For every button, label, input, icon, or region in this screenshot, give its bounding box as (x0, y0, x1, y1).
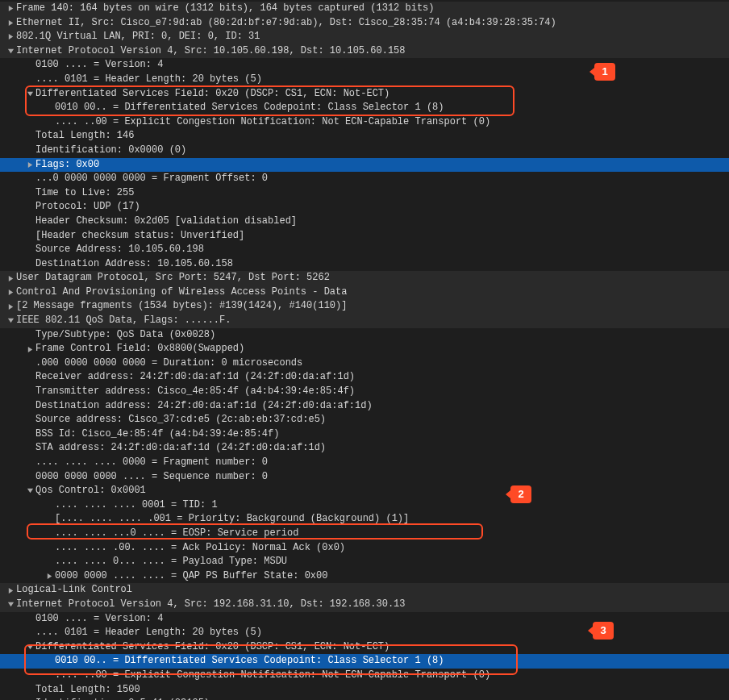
expand-arrow-icon[interactable] (5, 19, 16, 27)
row-label: Source Address: 10.105.60.198 (35, 243, 729, 257)
collapse-arrow-icon[interactable] (5, 317, 16, 324)
tree-row[interactable]: [2 Message fragments (1534 bytes): #139(… (0, 299, 729, 314)
tree-row[interactable]: Frame Control Field: 0x8800(Swapped) (0, 342, 729, 356)
tree-row[interactable]: Frame 140: 164 bytes on wire (1312 bits)… (0, 2, 729, 16)
tree-row[interactable]: .... .... ...0 .... = EOSP: Service peri… (0, 527, 729, 541)
tree-row[interactable]: Flags: 0x00 (0, 158, 729, 173)
row-label: 0000 0000 0000 .... = Sequence number: 0 (35, 470, 729, 485)
expand-arrow-icon[interactable] (24, 161, 35, 169)
expand-arrow-icon[interactable] (5, 587, 16, 594)
expand-arrow-icon[interactable] (44, 573, 55, 580)
tree-row[interactable]: STA address: 24:2f:d0:da:af:1d (24:2f:d0… (0, 441, 729, 456)
expand-arrow-icon[interactable] (5, 33, 16, 40)
tree-row[interactable]: 0100 .... = Version: 4 (0, 58, 729, 73)
tree-row[interactable]: 0100 .... = Version: 4 (0, 612, 729, 627)
row-label: 802.1Q Virtual LAN, PRI: 0, DEI: 0, ID: … (16, 30, 729, 44)
row-label: .000 0000 0000 0000 = Duration: 0 micros… (35, 356, 729, 371)
tree-row[interactable]: User Datagram Protocol, Src Port: 5247, … (0, 271, 729, 285)
row-label: Time to Live: 255 (35, 186, 729, 201)
tree-row[interactable]: Identification: 0x5a41 (23105) (0, 697, 729, 700)
tree-row[interactable]: .... .... .00. .... = Ack Policy: Normal… (0, 541, 729, 556)
tree-row[interactable]: Identification: 0x0000 (0) (0, 144, 729, 158)
row-label: User Datagram Protocol, Src Port: 5247, … (16, 271, 729, 285)
tree-row[interactable]: Internet Protocol Version 4, Src: 10.105… (0, 44, 729, 59)
row-label: .... .... .... 0000 = Fragment number: 0 (35, 456, 729, 470)
row-label: .... .... .... 0001 = TID: 1 (55, 498, 729, 513)
row-label: Transmitter address: Cisco_4e:85:4f (a4:… (35, 385, 729, 399)
row-label: BSS Id: Cisco_4e:85:4f (a4:b4:39:4e:85:4… (35, 427, 729, 442)
callout-badge-2: 2 (510, 485, 531, 503)
collapse-arrow-icon[interactable] (5, 48, 16, 55)
tree-row[interactable]: [.... .... .... .001 = Priority: Backgro… (0, 512, 729, 527)
tree-row[interactable]: [Header checksum status: Unverified] (0, 229, 729, 244)
expand-arrow-icon[interactable] (5, 275, 16, 282)
tree-row[interactable]: BSS Id: Cisco_4e:85:4f (a4:b4:39:4e:85:4… (0, 427, 729, 442)
expand-arrow-icon[interactable] (5, 5, 16, 12)
row-label: Identification: 0x0000 (0) (35, 144, 729, 158)
tree-row[interactable]: .... 0101 = Header Length: 20 bytes (5) (0, 626, 729, 640)
tree-row[interactable]: .... .... .... 0000 = Fragment number: 0 (0, 456, 729, 470)
tree-row[interactable]: .... ..00 = Explicit Congestion Notifica… (0, 669, 729, 683)
collapse-arrow-icon[interactable] (5, 601, 16, 608)
row-label: 0010 00.. = Differentiated Services Code… (55, 101, 729, 115)
row-label: Internet Protocol Version 4, Src: 192.16… (16, 598, 729, 612)
expand-arrow-icon[interactable] (5, 303, 16, 310)
tree-row[interactable]: Transmitter address: Cisco_4e:85:4f (a4:… (0, 385, 729, 399)
collapse-arrow-icon[interactable] (24, 487, 35, 494)
row-label: .... 0101 = Header Length: 20 bytes (5) (35, 73, 729, 87)
tree-row[interactable]: .... .... 0... .... = Payload Type: MSDU (0, 555, 729, 569)
tree-row[interactable]: Receiver address: 24:2f:d0:da:af:1d (24:… (0, 370, 729, 385)
row-label: 0100 .... = Version: 4 (35, 58, 729, 73)
tree-row[interactable]: .... .... .... 0001 = TID: 1 (0, 498, 729, 513)
row-label: IEEE 802.11 QoS Data, Flags: ......F. (16, 314, 729, 328)
tree-row[interactable]: Internet Protocol Version 4, Src: 192.16… (0, 598, 729, 612)
tree-row[interactable]: ...0 0000 0000 0000 = Fragment Offset: 0 (0, 172, 729, 186)
tree-row[interactable]: Differentiated Services Field: 0x20 (DSC… (0, 87, 729, 102)
tree-row[interactable]: Logical-Link Control (0, 583, 729, 598)
row-label: 0000 0000 .... .... = QAP PS Buffer Stat… (55, 569, 729, 584)
row-label: [2 Message fragments (1534 bytes): #139(… (16, 299, 729, 314)
tree-row[interactable]: Control And Provisioning of Wireless Acc… (0, 285, 729, 300)
row-label: Source address: Cisco_37:cd:e5 (2c:ab:eb… (35, 413, 729, 427)
row-label: Protocol: UDP (17) (35, 200, 729, 215)
tree-row[interactable]: Type/Subtype: QoS Data (0x0028) (0, 328, 729, 343)
row-label: Logical-Link Control (16, 583, 729, 598)
expand-arrow-icon[interactable] (5, 289, 16, 296)
tree-row[interactable]: Source Address: 10.105.60.198 (0, 243, 729, 257)
row-label: Frame Control Field: 0x8800(Swapped) (35, 342, 729, 356)
row-label: Type/Subtype: QoS Data (0x0028) (35, 328, 729, 343)
row-label: Receiver address: 24:2f:d0:da:af:1d (24:… (35, 370, 729, 385)
tree-row[interactable]: .000 0000 0000 0000 = Duration: 0 micros… (0, 356, 729, 371)
tree-row[interactable]: Ethernet II, Src: Cisco_e7:9d:ab (80:2d:… (0, 16, 729, 31)
tree-row[interactable]: 0010 00.. = Differentiated Services Code… (0, 654, 729, 669)
row-label: .... 0101 = Header Length: 20 bytes (5) (35, 626, 729, 640)
tree-row[interactable]: 0010 00.. = Differentiated Services Code… (0, 101, 729, 115)
tree-row[interactable]: .... ..00 = Explicit Congestion Notifica… (0, 115, 729, 130)
row-label: [Header checksum status: Unverified] (35, 229, 729, 244)
collapse-arrow-icon[interactable] (24, 90, 35, 98)
tree-row[interactable]: .... 0101 = Header Length: 20 bytes (5) (0, 73, 729, 87)
callout-badge-1: 1 (594, 63, 615, 81)
row-label: Control And Provisioning of Wireless Acc… (16, 285, 729, 300)
tree-row[interactable]: Total Length: 1500 (0, 683, 729, 698)
tree-row[interactable]: Header Checksum: 0x2d05 [validation disa… (0, 215, 729, 229)
tree-row[interactable]: Qos Control: 0x0001 (0, 484, 729, 498)
tree-row[interactable]: Differentiated Services Field: 0x20 (DSC… (0, 640, 729, 655)
tree-row[interactable]: Protocol: UDP (17) (0, 200, 729, 215)
tree-row[interactable]: 802.1Q Virtual LAN, PRI: 0, DEI: 0, ID: … (0, 30, 729, 44)
collapse-arrow-icon[interactable] (24, 644, 35, 651)
tree-row[interactable]: IEEE 802.11 QoS Data, Flags: ......F. (0, 314, 729, 328)
row-label: Destination Address: 10.105.60.158 (35, 257, 729, 272)
row-label: ...0 0000 0000 0000 = Fragment Offset: 0 (35, 172, 729, 186)
expand-arrow-icon[interactable] (24, 346, 35, 353)
tree-row[interactable]: Destination Address: 10.105.60.158 (0, 257, 729, 272)
packet-tree[interactable]: Frame 140: 164 bytes on wire (1312 bits)… (0, 0, 729, 700)
row-label: Internet Protocol Version 4, Src: 10.105… (16, 44, 729, 59)
tree-row[interactable]: Destination address: 24:2f:d0:da:af:1d (… (0, 399, 729, 414)
tree-row[interactable]: Source address: Cisco_37:cd:e5 (2c:ab:eb… (0, 413, 729, 427)
tree-row[interactable]: 0000 0000 0000 .... = Sequence number: 0 (0, 470, 729, 485)
tree-row[interactable]: 0000 0000 .... .... = QAP PS Buffer Stat… (0, 569, 729, 584)
tree-row[interactable]: Time to Live: 255 (0, 186, 729, 201)
tree-row[interactable]: Total Length: 146 (0, 129, 729, 144)
row-label: Flags: 0x00 (35, 158, 729, 173)
